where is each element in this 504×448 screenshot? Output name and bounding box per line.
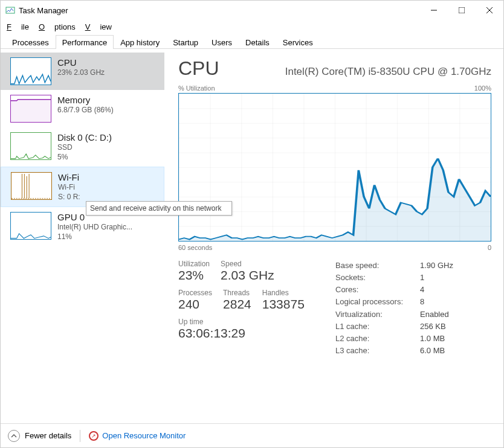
cpu-name: Intel(R) Core(TM) i5-8350U CPU @ 1.70GHz: [285, 66, 491, 78]
stat-label-threads: Threads: [223, 289, 251, 297]
sidebar-item-label: Memory: [57, 95, 114, 106]
menu-options[interactable]: Options: [39, 22, 76, 31]
tooltip: Send and receive activity on this networ…: [86, 201, 232, 216]
memory-thumb: [10, 95, 51, 123]
menu-file[interactable]: File: [7, 22, 29, 31]
tab-startup[interactable]: Startup: [166, 35, 205, 49]
task-manager-icon: [5, 5, 15, 15]
open-resource-monitor-link[interactable]: ↗ Open Resource Monitor: [89, 431, 186, 441]
svg-rect-5: [11, 100, 51, 123]
chart-ylabel: % Utilization: [178, 85, 215, 92]
sidebar-item-cpu[interactable]: CPU 23% 2.03 GHz: [1, 53, 164, 90]
sidebar-item-label: Disk 0 (C: D:): [57, 132, 112, 143]
cpu-chart[interactable]: [178, 93, 491, 242]
sidebar-item-label: Wi-Fi: [58, 172, 80, 183]
disk-thumb: [10, 132, 51, 160]
stat-label-speed: Speed: [221, 260, 274, 268]
sidebar-item-wifi[interactable]: Wi-Fi Wi-Fi S: 0 R: Send and receive act…: [1, 167, 164, 207]
stat-handles: 133875: [262, 297, 305, 312]
sidebar-item-sub2: 11%: [57, 232, 132, 242]
chart-ymax: 100%: [474, 85, 491, 92]
stat-uptime: 63:06:13:29: [178, 326, 245, 341]
sidebar-item-memory[interactable]: Memory 6.8/7.9 GB (86%): [1, 90, 164, 127]
svg-rect-2: [459, 7, 465, 13]
menu-view[interactable]: View: [85, 22, 112, 31]
sidebar: CPU 23% 2.03 GHz Memory 6.8/7.9 GB (86%)…: [1, 49, 165, 423]
stat-label-utilization: Utilization: [178, 260, 210, 268]
tab-services[interactable]: Services: [276, 35, 320, 49]
tab-processes[interactable]: Processes: [5, 35, 56, 49]
page-title: CPU: [178, 57, 219, 80]
tabstrip: Processes Performance App history Startu…: [1, 33, 503, 49]
main-pane: CPU Intel(R) Core(TM) i5-8350U CPU @ 1.7…: [165, 49, 503, 423]
sidebar-item-sub: 6.8/7.9 GB (86%): [57, 106, 114, 115]
fewer-details-link[interactable]: Fewer details: [25, 431, 71, 440]
menubar: File Options View: [1, 20, 503, 33]
chart-xleft: 60 seconds: [178, 244, 212, 251]
tab-details[interactable]: Details: [239, 35, 276, 49]
sidebar-item-sub: Intel(R) UHD Graphic...: [57, 223, 132, 232]
maximize-button[interactable]: [448, 1, 476, 20]
wifi-thumb: [11, 172, 52, 200]
tab-app-history[interactable]: App history: [114, 35, 166, 49]
sidebar-item-label: CPU: [57, 57, 105, 68]
window-title: Task Manager: [19, 6, 420, 15]
chart-xright: 0: [488, 244, 491, 251]
stat-processes: 240: [178, 297, 212, 312]
footer: Fewer details ↗ Open Resource Monitor: [1, 423, 503, 447]
close-button[interactable]: [476, 1, 503, 20]
sidebar-item-sub: 23% 2.03 GHz: [57, 68, 105, 78]
sidebar-item-sub: SSD: [57, 143, 112, 153]
sidebar-item-disk[interactable]: Disk 0 (C: D:) SSD 5%: [1, 127, 164, 167]
tab-users[interactable]: Users: [205, 35, 239, 49]
cpu-thumb: [10, 57, 51, 85]
sidebar-item-sub2: S: 0 R:: [58, 193, 80, 202]
stat-label-uptime: Up time: [178, 318, 245, 326]
spec-table: Base speed:1.90 GHz Sockets:1 Cores:4 Lo…: [335, 260, 453, 357]
stat-threads: 2824: [223, 297, 251, 312]
stat-label-handles: Handles: [262, 289, 305, 297]
tab-performance[interactable]: Performance: [56, 35, 114, 49]
minimize-button[interactable]: [420, 1, 448, 20]
chevron-up-icon[interactable]: [8, 430, 20, 442]
stat-speed: 2.03 GHz: [221, 268, 274, 283]
gpu-thumb: [10, 212, 51, 240]
separator: [80, 430, 80, 442]
stat-utilization: 23%: [178, 268, 210, 283]
resource-monitor-icon: ↗: [89, 431, 99, 441]
titlebar: Task Manager: [1, 1, 503, 20]
sidebar-item-sub2: 5%: [57, 153, 112, 162]
sidebar-item-sub: Wi-Fi: [58, 183, 80, 193]
stat-label-processes: Processes: [178, 289, 212, 297]
